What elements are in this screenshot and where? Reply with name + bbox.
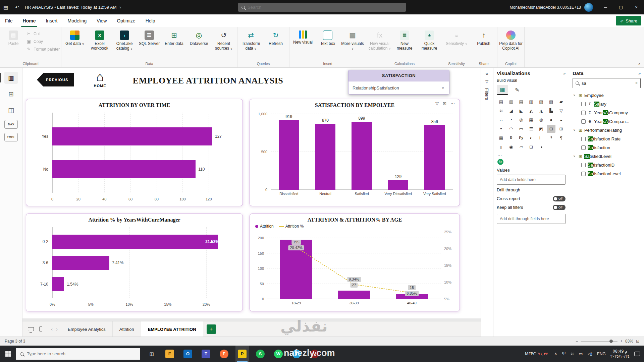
- key-influencers-icon[interactable]: ◐: [527, 134, 536, 142]
- taskbar-search-input[interactable]: [27, 351, 121, 356]
- sensitivity-button[interactable]: ◒Sensitivity ∨: [444, 28, 469, 46]
- sql-server-button[interactable]: ☰SQL Server: [137, 28, 161, 46]
- copy-button[interactable]: ▣Copy: [26, 39, 60, 44]
- fit-to-page-icon[interactable]: ⊡: [636, 339, 639, 344]
- donut-chart-icon[interactable]: ◎: [517, 116, 526, 124]
- field-row[interactable]: ΣYearsAtCompany: [573, 108, 641, 117]
- model-view-button[interactable]: ◫: [4, 104, 18, 116]
- stacked-bar-chart-icon[interactable]: ▤: [497, 98, 505, 106]
- table-row[interactable]: ∨⊞SatisfiedLevel: [573, 152, 641, 161]
- refresh-button[interactable]: ↻Refresh: [264, 28, 288, 46]
- zoom-slider-thumb[interactable]: [609, 340, 613, 343]
- card-icon[interactable]: ▭: [517, 125, 526, 133]
- battery-icon[interactable]: ▭: [579, 351, 583, 356]
- filled-map-icon[interactable]: ●: [547, 116, 555, 124]
- task-view-icon[interactable]: ◫: [145, 346, 158, 362]
- save-icon[interactable]: ▤: [0, 4, 11, 10]
- minimize-button[interactable]: ─: [598, 0, 613, 14]
- line-chart-icon[interactable]: ≋: [497, 107, 505, 115]
- field-row[interactable]: ⊕YearsAtCompan...: [573, 117, 641, 126]
- cut-button[interactable]: ✂Cut: [26, 31, 60, 36]
- quick-measure-button[interactable]: ±Quick measure: [417, 28, 441, 51]
- title-chevron-icon[interactable]: ∨: [119, 6, 122, 9]
- metrics-icon[interactable]: ◑: [537, 143, 545, 151]
- field-search-box[interactable]: ×: [573, 78, 641, 88]
- attrition-by-manager-years-visual[interactable]: Attrition % by YearsWithCurrManager 0%5%…: [26, 214, 243, 311]
- spotify-icon[interactable]: S: [254, 346, 267, 362]
- field-row[interactable]: SatisfactionID: [573, 161, 641, 169]
- bar[interactable]: [52, 277, 64, 291]
- more-visuals-icon[interactable]: ⋯: [497, 152, 566, 158]
- pie-chart-icon[interactable]: ◔: [507, 116, 516, 124]
- zoom-in-button[interactable]: +: [620, 339, 623, 344]
- desktop-layout-icon[interactable]: [28, 327, 34, 331]
- collapse-ribbon-icon[interactable]: ∧: [638, 62, 641, 66]
- onelake-catalog-button[interactable]: ◖OneLake catalog ∨: [112, 28, 137, 51]
- chevron-down-icon[interactable]: ∨: [573, 128, 577, 132]
- table-row[interactable]: ∨⊞Employee: [573, 91, 641, 100]
- scatter-chart-icon[interactable]: ∴: [497, 116, 505, 124]
- line-stacked-column-chart-icon[interactable]: ◭: [527, 107, 536, 115]
- field-checkbox[interactable]: [581, 163, 586, 167]
- tmdl-view-button[interactable]: TMDL: [4, 133, 18, 141]
- shape-map-icon[interactable]: ◒: [557, 116, 566, 124]
- power-automate-icon[interactable]: ⊡: [527, 143, 536, 151]
- media-app-icon[interactable]: V: [308, 346, 321, 362]
- focus-mode-icon[interactable]: ⊡: [443, 101, 446, 106]
- clustered-bar-chart-icon[interactable]: ▤: [517, 98, 526, 106]
- bar[interactable]: [279, 120, 299, 190]
- field-checkbox[interactable]: [581, 102, 586, 106]
- bar[interactable]: [52, 160, 196, 178]
- decomposition-tree-icon[interactable]: ⊢: [537, 134, 545, 142]
- close-button[interactable]: ×: [629, 0, 644, 14]
- format-visual-tab[interactable]: ✎: [512, 85, 523, 95]
- firefox-icon[interactable]: F: [217, 346, 231, 362]
- field-checkbox[interactable]: [581, 111, 586, 115]
- chevron-down-icon[interactable]: ∨: [573, 94, 577, 97]
- text-box-button[interactable]: Text box: [316, 28, 340, 46]
- bar[interactable]: [388, 180, 409, 190]
- field-row[interactable]: SatisfactionLevel: [573, 169, 641, 178]
- maximize-button[interactable]: ▢: [613, 0, 629, 14]
- menu-tab-modeling[interactable]: Modeling: [62, 14, 92, 27]
- user-name[interactable]: MohamedMohamedAbdel 3.03051E+13: [510, 5, 581, 10]
- page-tab-employee-analytics[interactable]: Employee Analytics: [61, 321, 113, 337]
- report-view-button[interactable]: ▥: [4, 72, 18, 84]
- new-measure-button[interactable]: ≣New measure: [392, 28, 417, 51]
- table-icon[interactable]: ⊞: [557, 125, 566, 133]
- gauge-icon[interactable]: ◠: [507, 125, 516, 133]
- azure-map-icon[interactable]: ◓: [497, 125, 505, 133]
- bar[interactable]: [315, 124, 335, 190]
- slicer-icon[interactable]: ⊟: [547, 125, 555, 133]
- global-search-input[interactable]: [248, 5, 388, 10]
- table-view-button[interactable]: ⊞: [4, 88, 18, 100]
- matrix-icon[interactable]: ▦: [497, 134, 505, 142]
- stacked-column-chart-icon[interactable]: ▥: [507, 98, 516, 106]
- map-icon[interactable]: ◍: [537, 116, 545, 124]
- 100-stacked-bar-chart-icon[interactable]: ▧: [537, 98, 545, 106]
- add-page-button[interactable]: +: [207, 324, 216, 334]
- new-visual-button[interactable]: New visual: [291, 28, 315, 45]
- bar[interactable]: [352, 122, 372, 190]
- smart-narrative-icon[interactable]: ¶: [557, 134, 566, 142]
- network-icon[interactable]: ≋: [570, 351, 574, 356]
- satisfaction-slicer[interactable]: SATISFACTION RelationshipSatisfaction ∨: [348, 70, 449, 95]
- excel-workbook-button[interactable]: XExcel workbook: [88, 28, 112, 51]
- filters-pane-collapsed[interactable]: « ▽ Filters: [481, 68, 493, 337]
- zoom-out-button[interactable]: −: [576, 339, 578, 344]
- recent-sources-button[interactable]: ↺Recent sources ∨: [212, 28, 236, 51]
- transform-data-button[interactable]: ⇄Transform data ∨: [239, 28, 263, 51]
- start-button[interactable]: [0, 346, 16, 362]
- funnel-chart-icon[interactable]: ▽: [557, 107, 566, 115]
- field-row[interactable]: Satisfaction: [573, 143, 641, 152]
- custom-visual-icon[interactable]: ↻: [497, 159, 503, 165]
- expand-filters-icon[interactable]: «: [485, 70, 488, 76]
- report-page[interactable]: PREVIOUS ⌂ HOME EMPLOYEE ATTRITION ANALY…: [22, 68, 481, 318]
- teams-icon[interactable]: T: [199, 346, 213, 362]
- build-visual-tab[interactable]: ▦: [497, 85, 508, 95]
- python-visual-icon[interactable]: Py: [517, 134, 526, 142]
- menu-tab-help[interactable]: Help: [141, 14, 160, 27]
- power-bi-icon[interactable]: P: [235, 346, 249, 362]
- r-script-icon[interactable]: R: [507, 134, 516, 142]
- 100-stacked-column-chart-icon[interactable]: ▨: [547, 98, 555, 106]
